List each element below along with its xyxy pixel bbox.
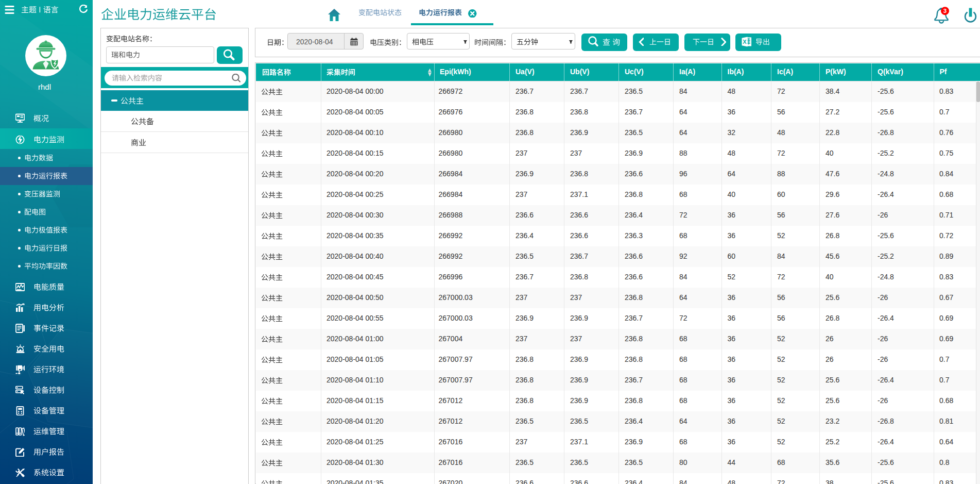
svg-text:3: 3 xyxy=(943,8,947,14)
svg-text:X: X xyxy=(743,39,747,45)
